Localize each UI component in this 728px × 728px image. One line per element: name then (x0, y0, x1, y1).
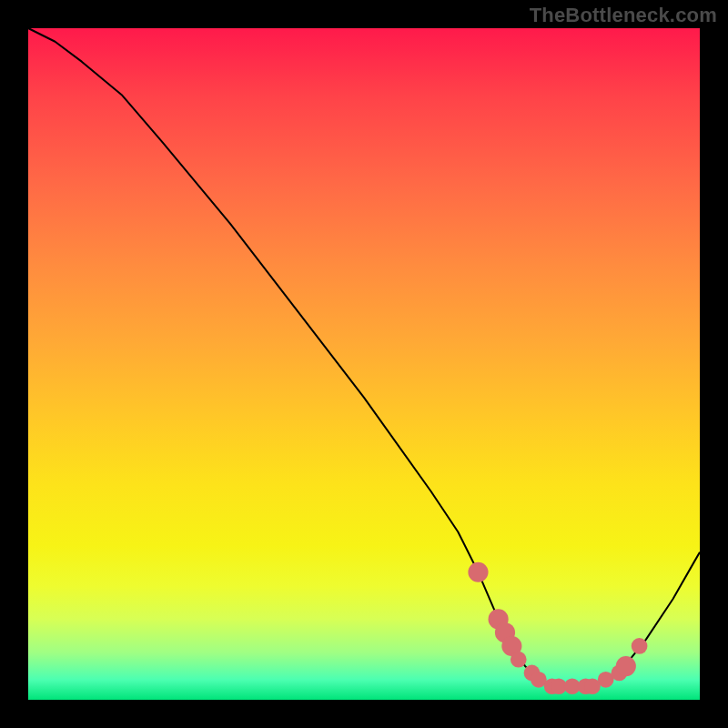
chart-svg (28, 28, 700, 700)
highlight-dot (468, 562, 488, 582)
curve-line (28, 28, 700, 686)
highlight-markers (468, 562, 647, 694)
highlight-dot (632, 638, 648, 654)
chart-frame: TheBottleneck.com (0, 0, 728, 728)
plot-area (28, 28, 700, 700)
highlight-dot (616, 656, 636, 676)
watermark-text: TheBottleneck.com (530, 4, 717, 27)
highlight-dot (511, 652, 527, 668)
